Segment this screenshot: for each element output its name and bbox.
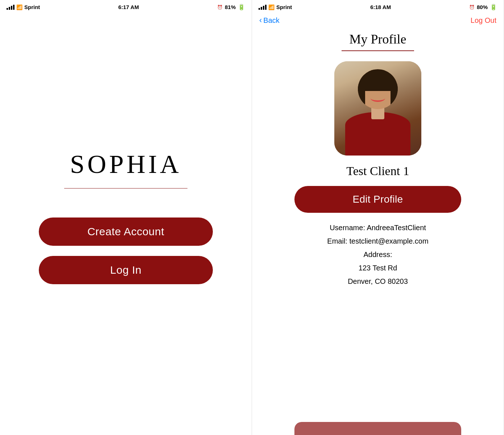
back-button[interactable]: ‹ Back [259, 16, 280, 25]
avatar-hair-left [358, 84, 365, 109]
signal-icon [7, 5, 15, 10]
time-label-2: 6:18 AM [370, 4, 391, 10]
address-label: Address: [267, 250, 489, 259]
address-line2: Denver, CO 80203 [267, 277, 489, 286]
time-label: 6:17 AM [118, 4, 139, 10]
nav-bar: ‹ Back Log Out [252, 13, 504, 28]
signal-icon-2 [259, 5, 267, 10]
status-bar-2: 📶 Sprint 6:18 AM ⏰ 80% 🔋 [252, 0, 504, 13]
edit-profile-button[interactable]: Edit Profile [294, 186, 461, 213]
login-button[interactable]: Log In [39, 256, 213, 284]
avatar-head [358, 69, 398, 109]
title-divider [64, 188, 187, 188]
app-title: SOPHIA [70, 149, 182, 179]
back-label: Back [263, 16, 279, 25]
wifi-icon: 📶 [16, 4, 22, 10]
status-left-2: 📶 Sprint [259, 4, 292, 10]
avatar-hair-right [391, 84, 398, 109]
profile-divider [342, 50, 414, 51]
carrier-label: Sprint [24, 4, 40, 10]
status-bar-1: 📶 Sprint 6:17 AM ⏰ 81% 🔋 [0, 0, 252, 13]
status-left-1: 📶 Sprint [7, 4, 40, 10]
wifi-icon-2: 📶 [268, 4, 274, 10]
profile-content: My Profile Test Client 1 Edit Profile Us… [252, 28, 504, 435]
battery-icon-2: 🔋 [490, 4, 497, 11]
avatar [334, 61, 421, 156]
profile-info-section: Username: AndreeaTestClient Email: testc… [267, 224, 489, 286]
status-right-1: ⏰ 81% 🔋 [217, 4, 245, 11]
email-info: Email: testclient@example.com [267, 237, 489, 245]
bottom-button-hint [294, 422, 461, 435]
battery-icon: 🔋 [238, 4, 245, 11]
battery-label-2: 80% [477, 4, 488, 10]
screen2-profile: 📶 Sprint 6:18 AM ⏰ 80% 🔋 ‹ Back Log Out … [252, 0, 504, 435]
battery-label: 81% [225, 4, 236, 10]
alarm-icon: ⏰ [217, 5, 223, 10]
profile-username: Test Client 1 [346, 164, 409, 178]
login-content: SOPHIA Create Account Log In [0, 13, 252, 435]
address-line1: 123 Test Rd [267, 264, 489, 272]
screen1-login: 📶 Sprint 6:17 AM ⏰ 81% 🔋 SOPHIA Create A… [0, 0, 252, 435]
alarm-icon-2: ⏰ [469, 5, 475, 10]
logout-button[interactable]: Log Out [471, 16, 496, 25]
username-info: Username: AndreeaTestClient [267, 224, 489, 232]
back-chevron-icon: ‹ [259, 16, 262, 25]
profile-page-title: My Profile [350, 32, 406, 47]
create-account-button[interactable]: Create Account [39, 218, 213, 246]
status-right-2: ⏰ 80% 🔋 [469, 4, 497, 11]
avatar-smile [371, 95, 385, 102]
carrier-label-2: Sprint [276, 4, 292, 10]
